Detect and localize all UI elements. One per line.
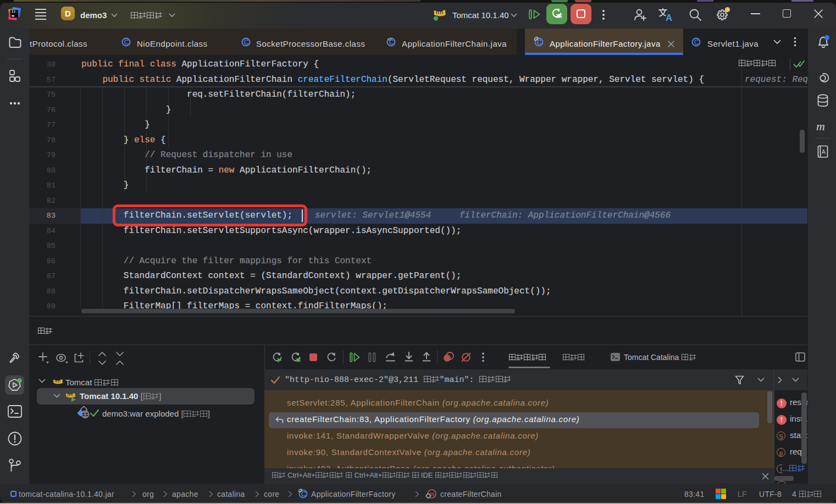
svg-text:C: C	[124, 38, 129, 46]
svg-text:C: C	[694, 38, 699, 46]
svg-text:C: C	[301, 490, 306, 498]
svg-text:A: A	[822, 149, 826, 155]
svg-text:C: C	[244, 38, 249, 46]
svg-text:C: C	[389, 38, 394, 46]
svg-text:A: A	[666, 13, 672, 23]
